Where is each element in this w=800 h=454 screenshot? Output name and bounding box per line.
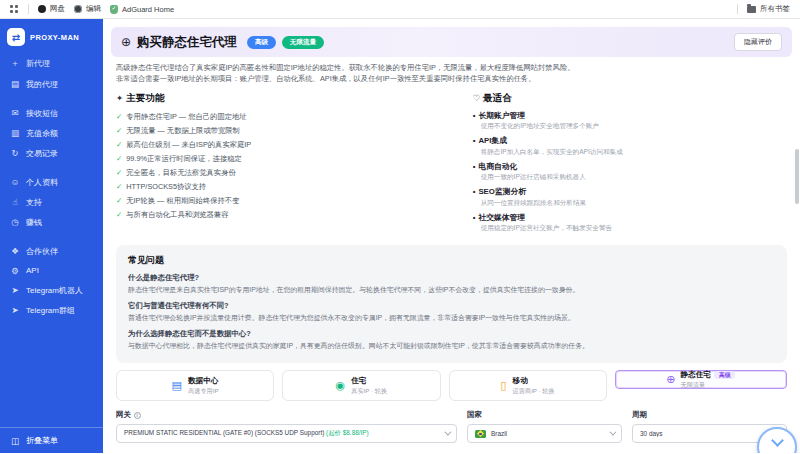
purchase-form: 网关i PREMIUM STATIC RESIDENTIAL (GATE #0)… — [116, 410, 787, 443]
check-icon: ✓ — [116, 168, 122, 177]
sidebar-item-telegram-group[interactable]: ➤ Telegram群组 — [0, 300, 103, 320]
globe-icon: ◉ — [336, 380, 346, 391]
best-for-title: ♡最适合 — [473, 92, 787, 105]
phone-icon: ▯ — [501, 380, 507, 391]
gateway-price: (起价 $8.88/IP) — [326, 429, 369, 436]
check-icon: ✓ — [116, 196, 122, 205]
page-header: ⊕ 购买静态住宅代理 高级 无限流量 隐藏评价 — [111, 27, 792, 57]
sidebar-item-earn-money[interactable]: ◷ 赚钱 — [0, 212, 103, 232]
globe-icon: ⊕ — [121, 35, 131, 49]
gear-icon: ⚙ — [10, 266, 20, 276]
check-icon: ✓ — [116, 154, 122, 163]
heart-icon: ♡ — [473, 93, 481, 103]
country-label: 国家 — [467, 410, 622, 420]
best-for-item: •SEO监测分析 从同一位置持续跟踪排名和分析结果 — [473, 186, 787, 208]
feature-item: ✓最高信任级别 — 来自ISP的真实家庭IP — [116, 138, 437, 152]
hide-reviews-button[interactable]: 隐藏评价 — [734, 33, 782, 51]
all-bookmarks-button[interactable]: 所有书签 — [747, 4, 790, 14]
support-icon: ☝ — [10, 197, 20, 207]
info-icon[interactable]: i — [134, 412, 141, 419]
plus-icon: ＋ — [10, 58, 20, 70]
sidebar-item-label: Telegram机器人 — [26, 285, 83, 296]
faq-question: 它们与普通住宅代理有何不同? — [128, 301, 775, 311]
best-for-section: ♡最适合 •长期账户管理 使用不变化的IP地址安全地管理多个账户 •API集成 … — [473, 92, 787, 238]
chevron-down-icon — [771, 434, 784, 447]
globe-icon — [74, 5, 82, 13]
country-select[interactable]: Brazil — [467, 424, 622, 443]
scrollbar-thumb[interactable] — [795, 149, 799, 204]
divider — [28, 4, 29, 14]
user-icon: ☺ — [10, 177, 20, 187]
faq-answer: 与数据中心代理相比，静态住宅代理提供真实的家庭IP，具有更高的信任级别。网站不太… — [128, 341, 775, 351]
sidebar-item-api[interactable]: ⚙ API — [0, 261, 103, 280]
server-icon: ▤ — [172, 380, 182, 391]
check-icon: ✓ — [116, 112, 122, 121]
sidebar-item-topup-balance[interactable]: ▥ 充值余额 — [0, 123, 103, 143]
proxy-type-mobile[interactable]: ▯ 移动 运营商IP · 轮换 — [449, 370, 607, 401]
feature-item: ✓无IP轮换 — 租用期间始终保持不变 — [116, 194, 437, 208]
faq-question: 什么是静态住宅代理? — [128, 273, 775, 283]
sidebar-item-label: 接收短信 — [26, 108, 58, 119]
disk-icon — [38, 5, 46, 13]
intro-line-2: 非常适合需要一致IP地址的长期项目：账户管理、自动化系统、API集成，以及任何I… — [116, 74, 787, 85]
bullet-icon: • — [473, 111, 476, 120]
collapse-menu-button[interactable]: ◫ 折叠菜单 — [0, 427, 103, 453]
collapse-menu-label: 折叠菜单 — [26, 435, 58, 446]
faq-title: 常见问题 — [128, 254, 775, 267]
faq-section: 常见问题 什么是静态住宅代理? 静态住宅代理是来自真实住宅ISP的专用IP地址，… — [116, 245, 787, 363]
best-for-item: •电商自动化 使用一致的IP运行店铺和采购机器人 — [473, 161, 787, 183]
feature-item: ✓无限流量 — 无数据上限或带宽限制 — [116, 124, 437, 138]
sidebar-item-transactions[interactable]: ↻ 交易记录 — [0, 143, 103, 163]
apps-grid-icon[interactable] — [10, 5, 19, 14]
divider — [737, 4, 738, 14]
feature-item: ✓99.9%正常运行时间保证，连接稳定 — [116, 152, 437, 166]
sidebar-item-profile[interactable]: ☺ 个人资料 — [0, 172, 103, 192]
bookmarks-bar: 网盘 编辑 AdGuard Home 所有书签 — [0, 0, 800, 19]
sidebar-item-label: 新代理 — [26, 58, 50, 69]
feature-item: ✓专用静态住宅IP — 您自己的固定地址 — [116, 110, 437, 124]
sidebar-item-label: Telegram群组 — [26, 305, 75, 316]
gateway-select[interactable]: PREMIUM STATIC RESIDENTIAL (GATE #0) (SO… — [116, 424, 457, 443]
bookmark-label: 编辑 — [86, 4, 101, 14]
partners-icon: ❖ — [10, 246, 20, 256]
brand-logo[interactable]: ⇄ PROXY-MAN — [0, 19, 103, 53]
sidebar-item-support[interactable]: ☝ 支持 — [0, 192, 103, 212]
faq-answer: 静态住宅代理是来自真实住宅ISP的专用IP地址，在您的租用期间保持固定。与轮换住… — [128, 285, 775, 295]
features-title: ✦主要功能 — [116, 92, 437, 105]
bullet-icon: • — [473, 213, 476, 222]
telegram-icon: ➤ — [10, 305, 20, 315]
sidebar-item-telegram-bot[interactable]: ➤ Telegram机器人 — [0, 280, 103, 300]
collapse-sidebar-icon: ◫ — [10, 436, 20, 446]
shield-icon — [110, 5, 118, 14]
proxy-type-residential[interactable]: ◉ 住宅 真实IP · 轮换 — [282, 370, 440, 401]
intro-line-1: 高级静态住宅代理结合了真实家庭IP的高匿名性和固定IP地址的稳定性。获取永不轮换… — [116, 63, 787, 74]
bookmark-adguard[interactable]: AdGuard Home — [110, 5, 174, 14]
bullet-icon: • — [473, 136, 476, 145]
proxy-type-static-residential[interactable]: ⊕ 静态住宅高级 无限流量 — [615, 370, 787, 389]
folder-icon — [747, 6, 756, 13]
feature-item: ✓与所有自动化工具和浏览器兼容 — [116, 208, 437, 222]
sidebar-item-new-proxy[interactable]: ＋ 新代理 — [0, 53, 103, 74]
sidebar-item-my-proxies[interactable]: ▤ 我的代理 — [0, 74, 103, 94]
brand-name: PROXY-MAN — [30, 33, 79, 42]
scroll-down-button[interactable] — [757, 427, 797, 453]
feature-item: ✓完全匿名，目标无法察觉真实身份 — [116, 166, 437, 180]
sidebar-item-label: 支持 — [26, 197, 42, 208]
check-icon: ✓ — [116, 126, 122, 135]
bookmark-netdisk[interactable]: 网盘 — [38, 4, 65, 14]
globe-icon: ⊕ — [666, 374, 675, 385]
proxy-type-datacenter[interactable]: ▤ 数据中心 高速专用IP — [116, 370, 274, 401]
unlimited-badge: 无限流量 — [282, 36, 324, 49]
sidebar-item-label: API — [26, 266, 39, 275]
bookmark-edit[interactable]: 编辑 — [74, 4, 101, 14]
message-icon: ✉ — [10, 108, 20, 118]
premium-badge: 高级 — [714, 371, 736, 379]
sidebar-item-partners[interactable]: ❖ 合作伙伴 — [0, 241, 103, 261]
sidebar-item-label: 个人资料 — [26, 177, 58, 188]
check-icon: ✓ — [116, 140, 122, 149]
period-label: 周期 — [632, 410, 787, 420]
bullet-icon: • — [473, 162, 476, 171]
sidebar-item-receive-sms[interactable]: ✉ 接收短信 — [0, 103, 103, 123]
bookmark-label: AdGuard Home — [122, 5, 174, 14]
proxyman-logo-icon: ⇄ — [7, 28, 25, 46]
